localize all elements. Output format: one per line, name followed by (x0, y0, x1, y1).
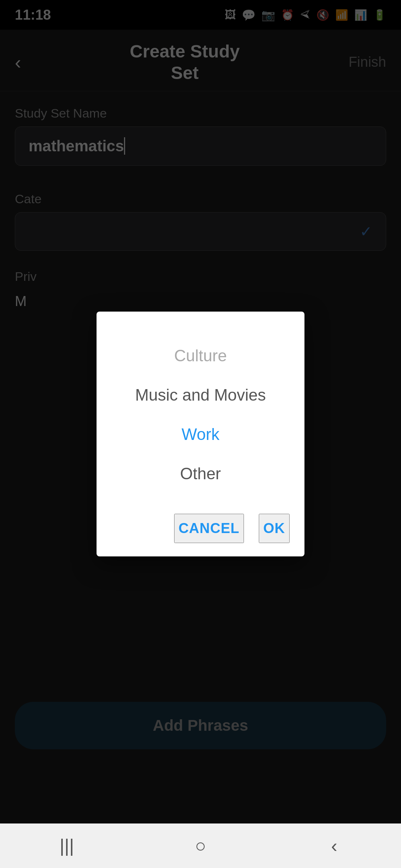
option-other[interactable]: Other (111, 454, 290, 493)
category-dialog: Culture Music and Movies Work Other CANC… (97, 312, 304, 556)
cancel-button[interactable]: CANCEL (174, 514, 244, 543)
dialog-options-list: Culture Music and Movies Work Other (97, 312, 304, 506)
dialog-actions: CANCEL OK (97, 506, 304, 556)
ok-button[interactable]: OK (259, 514, 290, 543)
option-culture[interactable]: Culture (111, 336, 290, 375)
option-music-and-movies[interactable]: Music and Movies (111, 375, 290, 415)
option-work[interactable]: Work (111, 415, 290, 454)
dialog-overlay: Culture Music and Movies Work Other CANC… (0, 0, 401, 868)
